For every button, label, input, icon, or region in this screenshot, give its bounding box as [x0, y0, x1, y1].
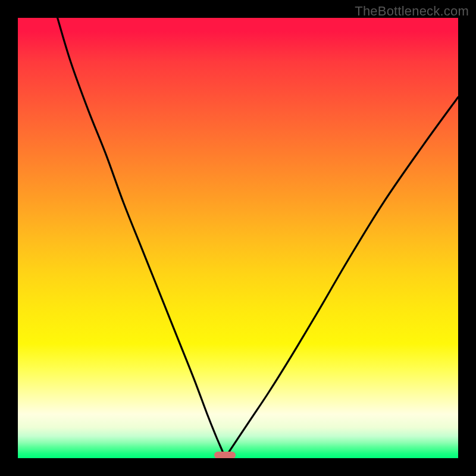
- minimum-marker: [214, 452, 236, 458]
- chart-curve-svg: [18, 18, 458, 458]
- watermark-text: TheBottleneck.com: [355, 4, 469, 19]
- curve-left: [58, 18, 225, 458]
- curve-right: [225, 97, 458, 458]
- plot-area: [18, 18, 458, 458]
